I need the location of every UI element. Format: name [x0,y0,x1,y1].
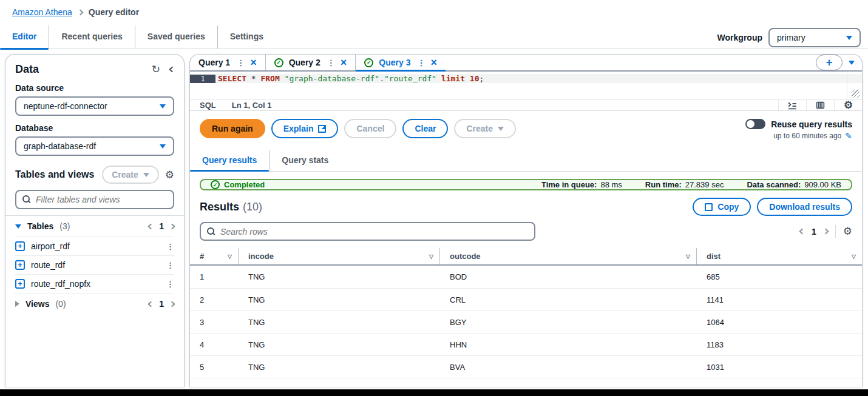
completed-check-icon: ✓ [274,58,283,67]
completed-check-icon: ✓ [364,58,373,67]
workgroup-value: primary [777,33,805,42]
queue-time-label: Time in queue: [541,180,597,189]
tab-editor[interactable]: Editor [0,25,49,49]
results-tab-bar: Query results Query stats [190,150,862,172]
database-value: graph-database-rdf [24,141,96,151]
refresh-icon[interactable]: ↻ [152,63,160,76]
table-row[interactable]: 6 CMN MXP 1209 [190,378,862,387]
sort-icon[interactable]: ▽ [686,253,690,260]
sort-icon[interactable]: ▽ [852,253,856,260]
explain-button[interactable]: Explain [271,119,339,138]
prev-page-icon[interactable] [148,223,154,229]
sort-icon[interactable]: ▽ [228,253,232,260]
close-icon[interactable]: × [430,57,437,68]
cursor-position: Ln 1, Col 1 [232,101,272,110]
next-page-icon[interactable] [169,223,175,229]
table-item-airport-rdf[interactable]: + airport_rdf ⋮ [15,237,174,255]
create-button[interactable]: Create [454,119,516,138]
clear-button[interactable]: Clear [402,119,448,138]
external-link-icon [318,125,326,133]
filter-tables-input[interactable] [36,195,167,204]
search-rows-input[interactable] [220,227,528,237]
database-label: Database [15,123,174,133]
data-source-select[interactable]: neptune-rdf-connector [15,96,174,116]
reuse-results-toggle[interactable] [745,119,765,129]
table-row[interactable]: 4 TNG HHN 1183 [190,333,862,355]
run-time-label: Run time: [645,180,682,189]
sql-editor[interactable]: 1 SELECT * FROM "graph-database-rdf"."ro… [190,72,862,99]
insert-table-icon[interactable]: + [15,260,25,270]
table-row[interactable]: 1 TNG BOD 685 [190,266,862,288]
keyboard-shortcuts-icon[interactable] [806,100,834,110]
table-row[interactable]: 3 TNG BGY 1064 [190,310,862,333]
close-icon[interactable]: × [341,57,347,68]
new-query-tab-button[interactable]: + [816,55,843,70]
sort-icon[interactable]: ▽ [429,253,433,260]
expand-tables-icon[interactable] [15,224,21,229]
query-tab-2[interactable]: ✓ Query 2 ⋮ × [265,55,356,70]
bottom-bar [0,389,868,396]
close-icon[interactable]: × [250,57,257,68]
results-page-number: 1 [812,227,816,237]
tab-saved-queries[interactable]: Saved queries [135,25,217,49]
sql-code-line[interactable]: SELECT * FROM "graph-database-rdf"."rout… [215,74,862,83]
table-row[interactable]: 5 TNG BVA 1031 [190,355,862,378]
collapse-panel-icon[interactable] [169,67,175,73]
prev-page-icon[interactable] [148,301,154,307]
editor-resize-handle[interactable] [852,90,860,98]
data-panel-title: Data [15,63,39,76]
chevron-down-icon [160,104,166,109]
table-menu-icon[interactable]: ⋮ [166,280,174,288]
data-source-label: Data source [15,83,174,93]
database-select[interactable]: graph-database-rdf [15,136,174,156]
tab-menu-icon[interactable]: ⋮ [237,59,245,67]
copy-icon [705,203,713,211]
query-actions: Run again Explain Cancel Clear Create Re… [190,111,862,148]
table-menu-icon[interactable]: ⋮ [166,243,174,250]
column-header-dist[interactable]: dist▽ [697,248,862,264]
column-header-outcode[interactable]: outcode▽ [440,248,697,264]
table-item-route-rdf-nopfx[interactable]: + route_rdf_nopfx ⋮ [15,274,174,293]
column-header-index[interactable]: #▽ [190,248,239,264]
insert-table-icon[interactable]: + [15,279,25,289]
results-controls: 1 ⚙ [190,216,862,246]
next-page-icon[interactable] [822,229,829,235]
search-icon [207,227,215,236]
reuse-results-label: Reuse query results [771,119,852,129]
query-tab-1[interactable]: Query 1 ⋮ × [190,55,265,70]
workgroup-label: Workgroup [717,33,762,42]
tab-query-results[interactable]: Query results [190,150,269,171]
prev-page-icon[interactable] [799,229,805,235]
tab-menu-icon[interactable]: ⋮ [327,59,335,67]
editor-settings-gear-icon[interactable]: ⚙ [834,100,862,110]
breadcrumb-link-athena[interactable]: Amazon Athena [12,7,72,17]
filter-tables-box [15,190,174,209]
next-page-icon[interactable] [169,301,175,307]
workgroup-select[interactable]: primary [768,28,861,47]
column-header-incode[interactable]: incode▽ [239,248,440,264]
views-page-number: 1 [159,299,164,309]
edit-pencil-icon[interactable]: ✎ [845,131,852,141]
create-table-button[interactable]: Create [102,166,159,184]
insert-table-icon[interactable]: + [15,241,25,251]
chevron-down-icon [498,127,504,131]
format-query-icon[interactable] [778,100,806,110]
results-settings-gear-icon[interactable]: ⚙ [843,226,852,237]
tab-menu-icon[interactable]: ⋮ [417,59,425,67]
table-menu-icon[interactable]: ⋮ [166,261,174,269]
gear-icon[interactable]: ⚙ [165,170,174,180]
tab-query-stats[interactable]: Query stats [269,150,341,171]
table-row[interactable]: 2 TNG CRL 1141 [190,288,862,310]
tab-list-dropdown-icon[interactable] [849,61,855,65]
completed-check-icon: ✓ [211,180,220,189]
expand-views-icon[interactable] [15,301,19,307]
copy-button[interactable]: Copy [693,198,751,216]
tab-recent-queries[interactable]: Recent queries [49,25,134,49]
query-status-banner: ✓ Completed Time in queue: 88 ms Run tim… [200,179,852,190]
cancel-button[interactable]: Cancel [344,119,396,138]
download-results-button[interactable]: Download results [757,198,852,216]
query-tab-3[interactable]: ✓ Query 3 ⋮ × [355,55,446,70]
table-item-route-rdf[interactable]: + route_rdf ⋮ [15,255,174,274]
run-again-button[interactable]: Run again [200,119,265,138]
tab-settings[interactable]: Settings [217,25,276,49]
